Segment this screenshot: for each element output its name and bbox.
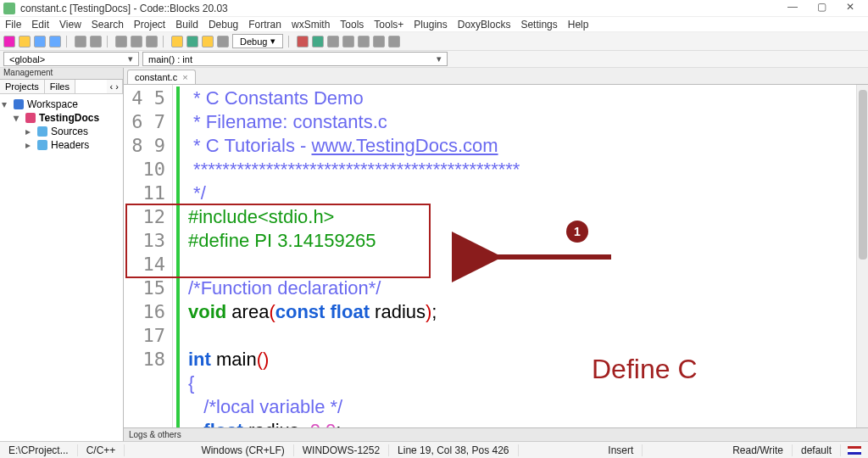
scope-combo[interactable]: <global> ▾ [3,52,139,66]
status-lang: C/C++ [78,444,125,456]
tool-redo-icon[interactable] [90,36,102,47]
toolbar-row: Debug ▾ [0,32,868,51]
menu-tools[interactable]: Tools [338,19,365,31]
tab-close-icon[interactable]: × [182,72,187,82]
menu-file[interactable]: File [3,19,23,31]
tree-workspace[interactable]: ▾ Workspace [2,98,121,111]
code-line: * C Constants Demo [188,87,364,109]
project-label: TestingDocs [39,112,99,124]
tab-label: constant.c [135,72,177,82]
code-kw: float [331,301,370,322]
code-text: * C Tutorials - [188,135,311,156]
scope-row: <global> ▾ main() : int ▾ [0,51,868,68]
code-kw: const [275,301,326,322]
tool-copy-icon[interactable] [131,36,142,47]
tool-debug-stop-icon[interactable] [373,36,385,47]
tool-run-icon[interactable] [186,36,198,47]
tool-build-icon[interactable] [171,36,183,47]
menu-build[interactable]: Build [174,19,200,31]
window-title: constant.c [TestingDocs] - Code::Blocks … [20,3,778,14]
editor-scrollbar[interactable] [856,85,868,427]
tool-debug-info-icon[interactable] [388,36,400,47]
code-num: 0.0 [310,420,337,427]
status-readwrite: Read/Write [724,444,793,456]
scrollbar-thumb[interactable] [859,90,867,260]
mgmt-tab-scroll[interactable]: ‹ › [107,80,123,93]
build-target-dropdown[interactable]: Debug ▾ [232,34,283,48]
build-target-label: Debug [240,36,267,47]
code-kw: void [188,301,226,322]
menu-toolsp[interactable]: Tools+ [372,19,405,31]
tool-debug-continue-icon[interactable] [297,36,309,47]
tool-paste-icon[interactable] [146,36,158,47]
status-encoding: WINDOWS-1252 [294,444,389,456]
code-editor[interactable]: * C Constants Demo * Filename: constants… [185,85,856,427]
annotation-arrow-icon [432,216,611,304]
tree-project[interactable]: ▾ TestingDocs [2,111,121,125]
menu-settings[interactable]: Settings [519,19,559,31]
app-icon [3,3,15,14]
status-bar: E:\CProject... C/C++ Windows (CR+LF) WIN… [0,441,868,458]
menu-view[interactable]: View [58,19,83,31]
menu-search[interactable]: Search [90,19,125,31]
close-button[interactable]: ✕ [836,1,865,16]
tool-debug-run-icon[interactable] [312,36,324,47]
lang-flag-icon[interactable] [848,446,861,455]
code-pp: #define [188,230,254,251]
function-combo[interactable]: main() : int ▾ [142,52,448,66]
status-eol: Windows (CR+LF) [192,444,293,456]
minimize-button[interactable]: — [778,1,807,16]
annotation-text: Define C Constant [592,284,700,427]
chevron-down-icon: ▾ [128,53,133,64]
code-kw: int [188,349,211,370]
menu-wxsmith[interactable]: wxSmith [290,19,331,31]
logs-panel-title[interactable]: Logs & others [124,427,868,441]
annotation-badge: 1 [566,221,588,243]
workspace-label: Workspace [27,98,78,110]
mgmt-tab-projects[interactable]: Projects [0,80,45,93]
scope-value: <global> [9,54,45,64]
tool-debug-out-icon[interactable] [358,36,370,47]
workspace-icon [14,99,24,109]
tool-buildrun-icon[interactable] [202,36,214,47]
code-id: area [226,301,269,322]
editor-tab[interactable]: constant.c × [127,70,196,84]
tool-saveall-icon[interactable] [49,36,61,47]
code-id: main [211,349,257,370]
change-margin [173,85,185,427]
menu-bar: File Edit View Search Project Build Debu… [0,17,868,32]
code-line: */ [188,182,206,204]
menu-help[interactable]: Help [566,19,591,31]
menu-project[interactable]: Project [132,19,167,31]
status-position: Line 19, Col 38, Pos 426 [389,444,518,456]
code-id: radius [370,301,426,322]
menu-debug[interactable]: Debug [207,19,240,31]
tool-debug-next-icon[interactable] [327,36,339,47]
maximize-button[interactable]: ▢ [807,1,836,16]
project-icon [25,113,36,123]
tool-undo-icon[interactable] [75,36,86,47]
line-number-gutter: 4 5 6 7 8 9 10 11 12 13 14 15 16 17 18 [124,85,173,427]
code-pp-val: PI 3.14159265 [254,230,376,251]
management-panel: Management Projects Files ‹ › ▾ Workspac… [0,68,124,441]
tool-rebuild-icon[interactable] [217,36,229,47]
mgmt-tab-files[interactable]: Files [45,80,75,93]
menu-plugins[interactable]: Plugins [412,19,448,31]
chevron-down-icon: ▾ [437,53,442,64]
code-kw: float [203,420,242,427]
title-bar: constant.c [TestingDocs] - Code::Blocks … [0,0,868,17]
tree-folder-headers[interactable]: ▸ Headers [2,138,121,152]
tool-new-icon[interactable] [3,36,15,47]
editor-area: constant.c × 4 5 6 7 8 9 10 11 12 13 14 … [124,68,868,441]
tool-save-icon[interactable] [34,36,46,47]
tool-debug-step-icon[interactable] [342,36,354,47]
tool-cut-icon[interactable] [115,36,127,47]
menu-edit[interactable]: Edit [30,19,51,31]
menu-fortran[interactable]: Fortran [247,19,283,31]
code-line: ****************************************… [188,159,520,180]
tool-open-icon[interactable] [19,36,31,47]
folder-icon [37,126,47,137]
menu-doxy[interactable]: DoxyBlocks [456,19,513,31]
tree-folder-sources[interactable]: ▸ Sources [2,125,121,138]
code-line: * Filename: constants.c [188,111,387,132]
